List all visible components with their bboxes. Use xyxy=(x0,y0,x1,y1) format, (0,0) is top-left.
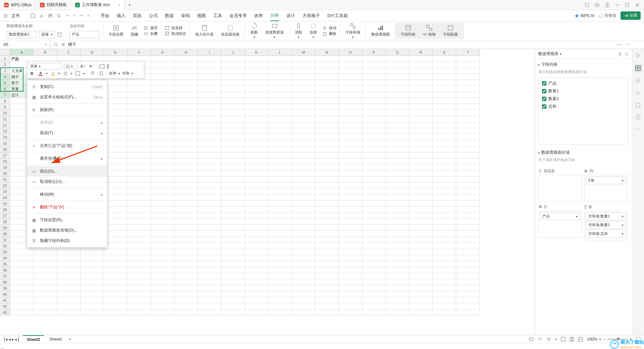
cell[interactable] xyxy=(245,92,268,98)
cell[interactable] xyxy=(198,104,221,110)
cell[interactable] xyxy=(362,134,386,140)
cell[interactable] xyxy=(433,86,456,92)
cell[interactable] xyxy=(221,207,245,213)
cell[interactable] xyxy=(339,303,362,309)
cell[interactable] xyxy=(80,273,104,279)
sheet-nav-next-icon[interactable]: ▸ xyxy=(12,337,14,342)
cell[interactable] xyxy=(127,207,151,213)
cell[interactable] xyxy=(315,303,339,309)
cell[interactable] xyxy=(245,285,268,291)
cell[interactable] xyxy=(57,273,80,279)
cell[interactable] xyxy=(104,273,127,279)
cell[interactable] xyxy=(245,177,268,183)
close-icon[interactable] xyxy=(635,2,640,8)
cell[interactable] xyxy=(127,255,151,261)
cell[interactable] xyxy=(292,146,315,152)
row-header[interactable]: 43 xyxy=(0,309,10,315)
close-icon[interactable] xyxy=(625,52,629,56)
cell[interactable] xyxy=(151,261,174,267)
cell[interactable] xyxy=(292,80,315,86)
cell[interactable] xyxy=(315,285,339,291)
cell[interactable] xyxy=(433,303,456,309)
cell[interactable] xyxy=(339,92,362,98)
cell[interactable] xyxy=(221,195,245,201)
cell[interactable] xyxy=(34,279,57,285)
cell[interactable] xyxy=(104,195,127,201)
cell[interactable] xyxy=(315,297,339,303)
cell[interactable] xyxy=(198,146,221,152)
cell[interactable] xyxy=(221,68,245,74)
cell[interactable] xyxy=(409,201,433,207)
cell[interactable] xyxy=(339,255,362,261)
cell[interactable] xyxy=(292,195,315,201)
cell[interactable] xyxy=(292,189,315,195)
cell[interactable] xyxy=(174,140,198,146)
cell[interactable] xyxy=(315,279,339,285)
cell[interactable] xyxy=(198,56,221,62)
cell[interactable] xyxy=(198,183,221,189)
tools-icon[interactable] xyxy=(635,90,642,97)
cell[interactable] xyxy=(409,243,433,249)
chevron-down-icon[interactable]: ▾ xyxy=(71,72,72,75)
row-header[interactable]: 8 xyxy=(0,98,10,104)
cell[interactable] xyxy=(409,170,433,177)
cell[interactable] xyxy=(174,285,198,291)
group-select-button[interactable]: 组选择 xyxy=(165,26,186,31)
minimize-icon[interactable] xyxy=(614,2,620,8)
cell[interactable] xyxy=(221,122,245,128)
cell[interactable] xyxy=(433,243,456,249)
cell[interactable] xyxy=(456,146,480,152)
cell[interactable] xyxy=(174,297,198,303)
cell[interactable] xyxy=(292,116,315,122)
row-header[interactable]: 23 xyxy=(0,189,10,195)
cell[interactable] xyxy=(362,255,386,261)
formula-input[interactable]: 橘子 xyxy=(68,42,611,47)
menu-item-开始[interactable]: 开始 xyxy=(101,11,109,21)
maximize-icon[interactable] xyxy=(625,2,630,8)
chevron-down-icon[interactable]: ▾ xyxy=(555,338,557,341)
undo-icon[interactable] xyxy=(65,13,70,18)
cell[interactable] xyxy=(339,128,362,134)
cell[interactable] xyxy=(292,261,315,267)
cell[interactable] xyxy=(362,201,386,207)
cell[interactable] xyxy=(292,243,315,249)
cell[interactable] xyxy=(245,303,268,309)
cell[interactable] xyxy=(245,134,268,140)
menu-item-审阅[interactable]: 审阅 xyxy=(181,11,190,21)
cell[interactable] xyxy=(409,237,433,243)
cell[interactable] xyxy=(456,309,480,315)
cell[interactable] xyxy=(386,255,409,261)
cell[interactable] xyxy=(174,237,198,243)
cell[interactable] xyxy=(456,122,480,128)
merge-label[interactable]: 合并 xyxy=(109,71,116,76)
cell[interactable] xyxy=(339,219,362,225)
cell[interactable] xyxy=(151,110,174,116)
cell[interactable] xyxy=(221,297,245,303)
cell[interactable] xyxy=(315,86,339,92)
context-menu-item[interactable]: ▦字段设置(N)... xyxy=(27,215,107,225)
cell[interactable] xyxy=(386,116,409,122)
cell[interactable] xyxy=(268,98,292,104)
cell[interactable] xyxy=(433,140,456,146)
cell[interactable] xyxy=(268,80,292,86)
cell[interactable] xyxy=(268,189,292,195)
cell[interactable] xyxy=(362,267,386,273)
cell[interactable] xyxy=(268,183,292,189)
cell[interactable] xyxy=(315,255,339,261)
col-header[interactable]: K xyxy=(245,49,268,56)
align-icon[interactable] xyxy=(62,70,69,77)
col-header[interactable]: J xyxy=(221,49,245,56)
cell[interactable] xyxy=(409,116,433,122)
cell[interactable] xyxy=(456,116,480,122)
row-header[interactable]: 15 xyxy=(0,140,10,146)
cell[interactable] xyxy=(245,273,268,279)
cell[interactable] xyxy=(127,195,151,201)
cell[interactable] xyxy=(433,255,456,261)
cell[interactable] xyxy=(80,249,104,255)
cell[interactable] xyxy=(80,309,104,315)
autosum-button[interactable]: Σ xyxy=(107,63,110,70)
cell[interactable] xyxy=(268,309,292,315)
cell[interactable] xyxy=(174,201,198,207)
cell[interactable] xyxy=(409,189,433,195)
row-header[interactable]: 26 xyxy=(0,207,10,213)
